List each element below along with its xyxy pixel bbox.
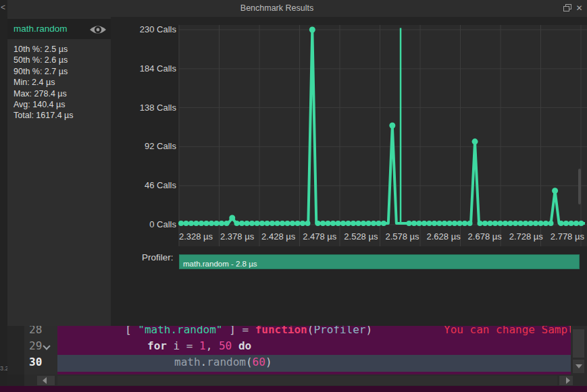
editor-gutter: 282930	[24, 326, 57, 374]
stat-line: Total: 1617.4 µs	[14, 110, 109, 121]
code-line: for i = 1, 50 do	[57, 339, 571, 354]
close-icon: ✕	[576, 3, 582, 13]
left-edge-strip: < 3.2	[0, 0, 7, 386]
y-axis-label: 138 Calls	[111, 103, 176, 113]
stat-line: Max: 278.4 µs	[14, 88, 109, 99]
code-token: [	[125, 326, 138, 336]
line-number: 29	[24, 339, 57, 354]
code-token: 60	[253, 356, 265, 368]
y-axis-label: 230 Calls	[111, 24, 176, 34]
chevron-down-icon[interactable]	[44, 343, 49, 349]
benchmark-list-item[interactable]: math.random	[7, 19, 111, 39]
code-token: ,	[206, 339, 219, 352]
code-token: 1	[199, 339, 206, 352]
code-token: .	[201, 356, 207, 368]
profiler-label: Profiler:	[142, 252, 174, 262]
chart-canvas	[111, 17, 587, 248]
triangle-left-icon	[43, 377, 47, 384]
benchmark-sidebar: math.random 10th %: 2.5 µs50th %: 2.6 µs…	[7, 17, 111, 326]
code-token: random	[207, 356, 246, 368]
benchmark-stats: 10th %: 2.5 µs50th %: 2.6 µs90th %: 2.7 …	[14, 44, 109, 121]
code-token: 50	[219, 339, 232, 352]
stat-line: Min: 2.4 µs	[14, 77, 109, 88]
code-token: math	[174, 356, 201, 368]
scrollbar-corner	[573, 374, 587, 386]
stat-line: 50th %: 2.6 µs	[14, 55, 109, 65]
benchmark-name: math.random	[14, 24, 68, 34]
profiler-bar-text: math.random - 2.8 µs	[183, 260, 257, 268]
code-token: )	[265, 356, 272, 368]
code-token: Profiler	[313, 326, 365, 336]
code-token: for	[147, 339, 167, 352]
stat-line: 90th %: 2.7 µs	[14, 66, 109, 77]
y-axis-label: 0 Calls	[111, 219, 176, 229]
benchmark-results-window: < 3.2 Benchmark Results ✕ math.random 10…	[0, 0, 587, 392]
editor-horizontal-scrollbar	[24, 374, 587, 386]
close-button[interactable]: ✕	[573, 3, 585, 14]
code-token: (	[246, 356, 253, 368]
code-token: )	[365, 326, 372, 336]
stat-line: 10th %: 2.5 µs	[14, 44, 109, 55]
code-token: (	[307, 326, 314, 336]
float-window-icon	[563, 6, 569, 11]
editor-vertical-scrollbar	[571, 326, 587, 374]
scroll-down-button[interactable]	[573, 360, 584, 373]
triangle-down-icon	[576, 364, 582, 368]
editor-margin	[7, 326, 24, 374]
scroll-left-button[interactable]	[37, 376, 55, 385]
code-token: i	[167, 339, 186, 352]
code-token: You can change Sampl	[444, 326, 571, 336]
calls-chart: 230 Calls184 Calls138 Calls92 Calls46 Ca…	[111, 17, 587, 248]
code-token: do	[232, 339, 251, 352]
eye-icon[interactable]	[89, 24, 107, 35]
triangle-right-icon	[566, 377, 570, 384]
chart-scrollbar-thumb[interactable]	[578, 169, 581, 204]
profiler-section: Profiler: math.random - 2.8 µs	[111, 248, 587, 326]
chevron-left-icon[interactable]: <	[1, 3, 5, 12]
code-token: =	[242, 326, 255, 336]
code-editor[interactable]: [ "math.random" ] = function(Profiler) Y…	[57, 326, 571, 374]
code-line: math.random(60)	[57, 355, 571, 372]
y-axis-label: 92 Calls	[111, 141, 176, 151]
titlebar: Benchmark Results ✕	[7, 0, 587, 17]
float-window-button[interactable]	[561, 3, 572, 14]
y-axis-label: 46 Calls	[111, 180, 176, 190]
y-axis-label: 184 Calls	[111, 63, 176, 74]
status-bar	[0, 386, 587, 392]
stat-line: Avg: 140.4 µs	[14, 99, 109, 110]
code-token: "math.random"	[138, 326, 222, 336]
window-title: Benchmark Results	[7, 0, 546, 17]
code-token: function	[255, 326, 307, 336]
profiler-flame-bar[interactable]: math.random - 2.8 µs	[179, 254, 580, 269]
code-token: =	[186, 339, 199, 352]
line-number: 28	[24, 326, 57, 337]
line-number: 30	[24, 355, 57, 370]
vscroll-thumb[interactable]	[573, 329, 584, 358]
code-token	[372, 326, 444, 336]
code-token: ]	[223, 326, 243, 336]
code-line: [ "math.random" ] = function(Profiler) Y…	[57, 326, 571, 337]
x-axis-label: 2.778 µs	[537, 231, 587, 242]
hscroll-track[interactable]	[57, 376, 557, 385]
